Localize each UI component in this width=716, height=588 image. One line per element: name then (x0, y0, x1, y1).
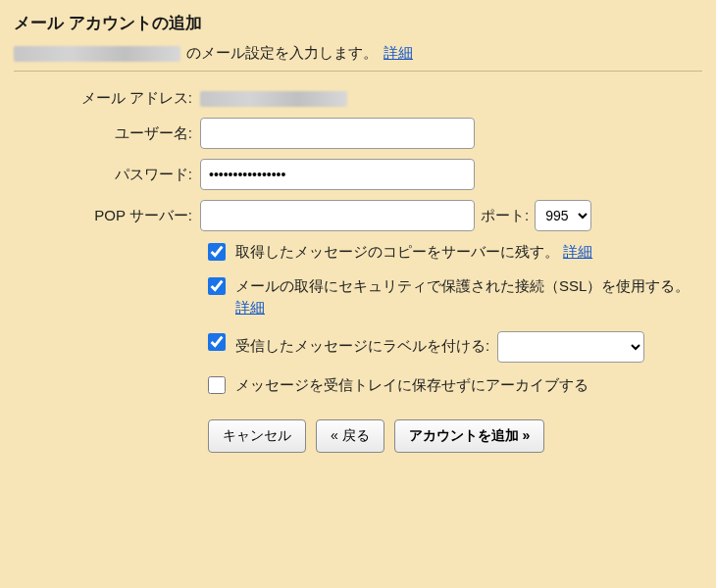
username-label: ユーザー名: (14, 124, 200, 143)
leave-copy-label: 取得したメッセージのコピーをサーバーに残す。 (235, 243, 559, 260)
subheader: のメール設定を入力します。 詳細 (14, 44, 702, 63)
redacted-email (14, 46, 180, 62)
password-label: パスワード: (14, 166, 200, 184)
button-row: キャンセル « 戻る アカウントを追加 » (14, 419, 702, 453)
row-username: ユーザー名: (14, 118, 702, 149)
subheader-details-link[interactable]: 詳細 (384, 44, 413, 63)
port-label: ポート: (481, 207, 529, 225)
email-label: メール アドレス: (14, 89, 200, 108)
port-select[interactable]: 995 (535, 200, 591, 231)
archive-label: メッセージを受信トレイに保存せずにアーカイブする (235, 376, 588, 393)
archive-checkbox[interactable] (208, 376, 226, 394)
row-leave-copy: 取得したメッセージのコピーをサーバーに残す。 詳細 (14, 241, 702, 264)
dialog-title: メール アカウントの追加 (14, 12, 702, 34)
apply-label-checkbox[interactable] (208, 333, 226, 351)
username-input[interactable] (200, 118, 475, 149)
add-account-button[interactable]: アカウントを追加 » (394, 419, 545, 453)
use-ssl-details-link[interactable]: 詳細 (235, 299, 265, 316)
subheader-text: のメール設定を入力します。 (186, 44, 378, 63)
back-button[interactable]: « 戻る (316, 419, 384, 453)
pop-server-input[interactable] (200, 200, 475, 231)
cancel-button[interactable]: キャンセル (208, 419, 306, 453)
divider (14, 71, 702, 72)
leave-copy-details-link[interactable]: 詳細 (563, 243, 592, 260)
use-ssl-label: メールの取得にセキュリティで保護された接続（SSL）を使用する。 (235, 277, 690, 294)
dialog-container: メール アカウントの追加 のメール設定を入力します。 詳細 メール アドレス: … (0, 0, 716, 465)
row-password: パスワード: (14, 159, 702, 190)
row-pop-server: POP サーバー: ポート: 995 (14, 200, 702, 231)
row-email: メール アドレス: (14, 89, 702, 108)
apply-label-select[interactable] (497, 331, 644, 363)
redacted-email-value (200, 91, 347, 107)
use-ssl-checkbox[interactable] (208, 277, 226, 295)
row-use-ssl: メールの取得にセキュリティで保護された接続（SSL）を使用する。 詳細 (14, 275, 702, 319)
leave-copy-checkbox[interactable] (208, 243, 226, 261)
pop-server-label: POP サーバー: (14, 207, 200, 225)
row-archive: メッセージを受信トレイに保存せずにアーカイブする (14, 374, 702, 397)
apply-label-text: 受信したメッセージにラベルを付ける: (235, 335, 489, 358)
password-input[interactable] (200, 159, 475, 190)
row-apply-label: 受信したメッセージにラベルを付ける: (14, 331, 702, 363)
